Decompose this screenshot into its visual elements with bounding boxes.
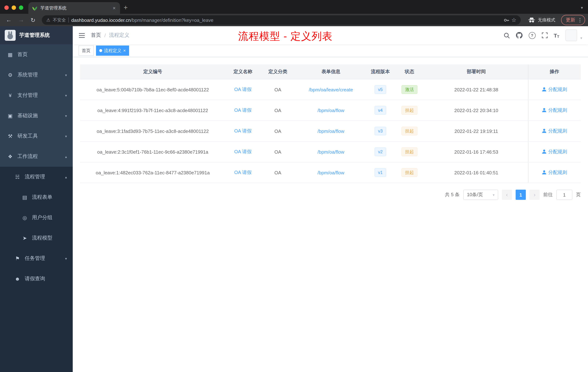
cell-form-link[interactable]: /bpm/oa/flow bbox=[295, 121, 367, 142]
address-bar[interactable]: ⚠ 不安全 dashboard.yudao.iocoder.cn/bpm/man… bbox=[42, 15, 521, 25]
sidebar-item-process-mgmt[interactable]: ☵ 流程管理 ▴ bbox=[0, 167, 73, 187]
workflow-icon: ❖ bbox=[7, 153, 13, 159]
table-row: oa_leave:1:482ec033-762a-11ec-8477-a2380… bbox=[80, 162, 581, 183]
sidebar-item-task-mgmt[interactable]: ⚑ 任务管理 ▾ bbox=[0, 248, 73, 269]
forward-button[interactable]: → bbox=[15, 17, 27, 23]
sidebar-item-home[interactable]: ▦ 首页 bbox=[0, 44, 73, 65]
browser-window: 芋道管理系统 × + ▾ ← → ↻ ⚠ 不安全 dashboard.yudao… bbox=[0, 0, 588, 372]
sidebar-item-label: 请假查询 bbox=[25, 275, 45, 282]
col-form-info: 表单信息 bbox=[295, 65, 367, 79]
cell-deploy-time: 2022-01-22 20:34:10 bbox=[425, 100, 528, 121]
next-page-button[interactable]: › bbox=[529, 190, 540, 200]
tag-process-definition[interactable]: 流程定义 × bbox=[96, 45, 129, 56]
tag-home[interactable]: 首页 bbox=[79, 45, 94, 56]
col-definition-category: 定义分类 bbox=[260, 65, 295, 79]
version-badge: v2 bbox=[374, 147, 386, 156]
security-label[interactable]: 不安全 bbox=[53, 17, 66, 23]
browser-tab[interactable]: 芋道管理系统 × bbox=[28, 2, 120, 14]
font-size-icon[interactable]: TT bbox=[554, 32, 559, 38]
window-zoom-button[interactable] bbox=[19, 5, 23, 10]
assign-rule-button[interactable]: 分配规则 bbox=[542, 169, 567, 176]
page-title: 流程模型 - 定义列表 bbox=[238, 30, 333, 43]
cell-definition-name-link[interactable]: OA 请假 bbox=[225, 121, 260, 142]
cell-form-link[interactable]: /bpm/oa/flow bbox=[295, 100, 367, 121]
goto-unit: 页 bbox=[576, 191, 581, 198]
hamburger-icon[interactable] bbox=[79, 33, 85, 38]
col-definition-id: 定义编号 bbox=[80, 65, 225, 79]
breadcrumb-current: 流程定义 bbox=[109, 32, 129, 39]
reload-button[interactable]: ↻ bbox=[28, 17, 38, 23]
col-actions: 操作 bbox=[528, 65, 581, 79]
cell-form-link[interactable]: /bpm/oa/leave/create bbox=[295, 79, 367, 100]
tab-close-icon[interactable]: × bbox=[112, 5, 116, 11]
sidebar-item-label: 流程表单 bbox=[32, 194, 52, 201]
sidebar-logo: 芋道管理系统 bbox=[0, 26, 73, 44]
cell-deploy-time: 2022-01-22 21:48:38 bbox=[425, 79, 528, 100]
assign-rule-button[interactable]: 分配规则 bbox=[542, 149, 567, 155]
window-close-button[interactable] bbox=[4, 5, 9, 10]
sidebar-item-dev-tools[interactable]: ⚒ 研发工具 ▾ bbox=[0, 126, 73, 146]
security-warning-icon: ⚠ bbox=[46, 17, 50, 22]
chevron-up-icon: ▴ bbox=[65, 154, 67, 159]
status-badge: 挂起 bbox=[401, 106, 418, 115]
assign-rule-label: 分配规则 bbox=[548, 149, 567, 155]
sidebar-menu: ▦ 首页 ⚙ 系统管理 ▾ ¥ 支付管理 ▾ ▣ 基础设施 ▾ bbox=[0, 44, 73, 372]
main-area: 首页 / 流程定义 流程模型 - 定义列表 ? bbox=[73, 26, 588, 372]
breadcrumb-home[interactable]: 首页 bbox=[91, 32, 101, 39]
paper-plane-icon: ➤ bbox=[22, 235, 28, 241]
assign-rule-button[interactable]: 分配规则 bbox=[542, 128, 567, 134]
assign-rule-button[interactable]: 分配规则 bbox=[542, 107, 567, 114]
sidebar-item-user-group[interactable]: ◎ 用户分组 bbox=[0, 208, 73, 228]
chevron-down-icon: ▾ bbox=[65, 93, 67, 97]
cell-definition-name-link[interactable]: OA 请假 bbox=[225, 79, 260, 100]
browser-update-button[interactable]: 更新 ⋮ bbox=[561, 15, 585, 25]
sidebar-item-system-mgmt[interactable]: ⚙ 系统管理 ▾ bbox=[0, 65, 73, 85]
goto-label: 前往 bbox=[543, 191, 553, 198]
cell-definition-name-link[interactable]: OA 请假 bbox=[225, 142, 260, 162]
cell-definition-name-link[interactable]: OA 请假 bbox=[225, 162, 260, 183]
tab-search-icon[interactable]: ▾ bbox=[581, 5, 588, 14]
cell-form-link[interactable]: /bpm/oa/flow bbox=[295, 142, 367, 162]
new-tab-button[interactable]: + bbox=[120, 4, 132, 14]
tag-close-icon[interactable]: × bbox=[123, 48, 126, 53]
cell-definition-id: oa_leave:5:004b710b-7b8a-11ec-8ef0-acde4… bbox=[80, 79, 225, 100]
search-icon[interactable] bbox=[504, 32, 510, 38]
goto-page-input[interactable] bbox=[556, 190, 572, 200]
table-row: oa_leave:5:004b710b-7b8a-11ec-8ef0-acde4… bbox=[80, 79, 581, 100]
page-size-select[interactable]: 10条/页 ▾ bbox=[463, 190, 498, 200]
sidebar-item-workflow[interactable]: ❖ 工作流程 ▴ bbox=[0, 146, 73, 167]
assign-rule-label: 分配规则 bbox=[548, 86, 567, 93]
help-icon[interactable]: ? bbox=[529, 32, 536, 39]
bookmark-star-icon[interactable]: ☆ bbox=[512, 17, 516, 23]
tags-view: 首页 流程定义 × bbox=[73, 44, 588, 57]
cell-deploy-time: 2022-01-16 01:40:51 bbox=[425, 162, 528, 183]
cell-definition-name-link[interactable]: OA 请假 bbox=[225, 100, 260, 121]
col-status: 状态 bbox=[394, 65, 425, 79]
cell-definition-id: oa_leave:1:482ec033-762a-11ec-8477-a2380… bbox=[80, 162, 225, 183]
cell-form-link[interactable]: /bpm/oa/flow bbox=[295, 162, 367, 183]
avatar-caret-icon[interactable]: ▾ bbox=[580, 36, 582, 40]
url-path: /bpm/manager/definition?key=oa_leave bbox=[131, 17, 213, 23]
password-key-icon[interactable] bbox=[504, 17, 509, 23]
sidebar-item-leave-query[interactable]: ☻ 请假查询 bbox=[0, 269, 73, 289]
cell-definition-id: oa_leave:2:3c1f0ef1-76b1-11ec-9c66-a2380… bbox=[80, 142, 225, 162]
back-button[interactable]: ← bbox=[3, 17, 15, 23]
window-minimize-button[interactable] bbox=[12, 5, 16, 10]
github-icon[interactable] bbox=[516, 32, 522, 39]
sidebar-item-process-form[interactable]: ▤ 流程表单 bbox=[0, 187, 73, 208]
sidebar-item-label: 支付管理 bbox=[17, 92, 38, 99]
avatar[interactable] bbox=[566, 30, 577, 41]
update-label: 更新 bbox=[566, 17, 575, 23]
sidebar-item-infrastructure[interactable]: ▣ 基础设施 ▾ bbox=[0, 106, 73, 126]
fullscreen-icon[interactable] bbox=[542, 33, 547, 38]
page-number-button[interactable]: 1 bbox=[516, 190, 526, 200]
omnibox-divider bbox=[68, 17, 69, 22]
dashboard-icon: ▦ bbox=[7, 52, 13, 57]
sidebar-item-payment-mgmt[interactable]: ¥ 支付管理 ▾ bbox=[0, 85, 73, 106]
sidebar-item-label: 流程模型 bbox=[32, 235, 52, 241]
assign-rule-button[interactable]: 分配规则 bbox=[542, 86, 567, 93]
sidebar-item-process-model[interactable]: ➤ 流程模型 bbox=[0, 228, 73, 248]
browser-menu-icon[interactable]: ⋮ bbox=[578, 17, 583, 23]
sidebar-item-label: 用户分组 bbox=[32, 214, 52, 221]
prev-page-button[interactable]: ‹ bbox=[502, 190, 512, 200]
